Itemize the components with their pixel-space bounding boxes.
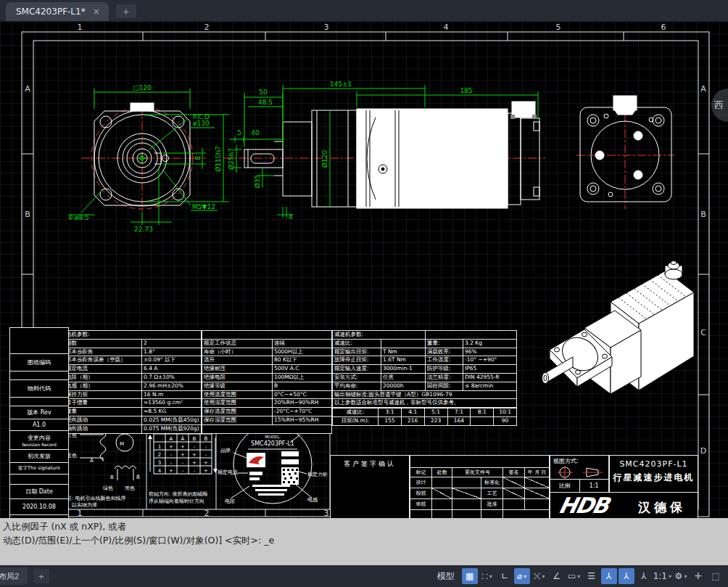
new-layout-button[interactable]: +: [33, 569, 49, 583]
clean-screen-icon[interactable]: ✛: [690, 568, 706, 584]
param-label: 保存温度范围: [202, 408, 272, 416]
chevron-down-icon[interactable]: ▾: [669, 573, 671, 580]
drawing-code-label: 图纸编码: [10, 354, 68, 372]
material-code-label: 物料代码: [10, 380, 68, 398]
svg-text:4: 4: [289, 213, 293, 221]
param-value: ±0.09° 以下: [142, 356, 201, 364]
annotation-scale-icon[interactable]: ▭▾: [566, 568, 582, 584]
param-label: 基本步距角: [65, 348, 141, 356]
svg-text:-: -: [194, 444, 196, 450]
svg-text:-: -: [205, 444, 207, 450]
tb-header: 标记: [410, 468, 431, 477]
param-value: 16 N.m: [142, 391, 201, 399]
customer-signoff-box: 客户签字确认: [330, 455, 410, 518]
torque-value: [471, 417, 493, 425]
param-value: 6.4 A: [142, 365, 201, 373]
object-snap-icon[interactable]: ⅄: [601, 568, 617, 584]
drawing-tab[interactable]: SMC4203PF-L1* ×: [6, 2, 109, 21]
svg-text:+: +: [181, 444, 185, 450]
param-value: 2: [142, 340, 201, 348]
command-line[interactable]: 入比例因子 (nX 或 nXP), 或者 动态(D)/范围(E)/上一个(P)/…: [0, 518, 728, 565]
table-header: 电机参数:: [65, 331, 201, 339]
signature-label: 签字The signature: [10, 463, 68, 475]
viewcube-west-label[interactable]: 西: [714, 99, 724, 112]
param-label: 径向跳动: [65, 416, 141, 424]
chevron-down-icon[interactable]: ▾: [542, 573, 545, 580]
svg-text:-: -: [194, 468, 196, 474]
env-params-table: 额定工作状态连续 寿命（小时）5000H以上 温升80 K以下 绝缘耐压500V…: [202, 330, 332, 434]
param-value: ≈8.5 KG: [142, 408, 201, 416]
annotation-icon[interactable]: ∠: [549, 568, 565, 584]
side-view[interactable]: [244, 102, 539, 208]
gear-glyph: ⚙: [675, 571, 683, 581]
polar-tracking-icon[interactable]: ⌀▾: [514, 568, 530, 584]
new-tab-button[interactable]: +: [116, 4, 136, 18]
version-label: 版本 Rev: [10, 406, 68, 419]
svg-text:+: +: [192, 460, 197, 466]
svg-text:48.5: 48.5: [258, 99, 273, 106]
svg-text:以实物为准: 以实物为准: [72, 502, 97, 508]
tb-header: 更改文件号: [452, 468, 502, 477]
svg-text:A: A: [700, 84, 706, 94]
param-label: 额定输入速度:: [333, 365, 381, 373]
gearbox-params-table: 减速机参数: 减速比: 重量:3.2 Kg 额定输出扭矩:T Nm 满载效率:9…: [332, 330, 517, 408]
svg-text:+: +: [181, 452, 185, 458]
svg-text:Ø35: Ø35: [254, 175, 261, 189]
svg-text:注: 电机引出线颜色和线序: 注: 电机引出线颜色和线序: [67, 495, 126, 501]
tb-label: 设计: [410, 477, 431, 488]
rev-cell: [10, 328, 68, 354]
svg-text:-: -: [182, 460, 184, 466]
isolate-objects-icon[interactable]: ⬚: [708, 568, 724, 584]
tab-layout2[interactable]: 布局2: [0, 567, 28, 585]
torque-value: 164: [448, 417, 471, 425]
param-label: 轴向跳动: [65, 425, 141, 433]
scale-text: 1:1: [653, 571, 667, 581]
svg-text:电阻: 电阻: [225, 498, 235, 504]
param-label: 防护等级:: [426, 365, 463, 373]
chevron-down-icon[interactable]: ▾: [684, 573, 687, 580]
snap-icon[interactable]: ⸬▾: [479, 568, 495, 584]
isodraft-icon[interactable]: ⤬▾: [531, 568, 547, 584]
tb-cell: [503, 499, 524, 509]
tb-label: 标准化: [481, 477, 502, 488]
model-number: SMC4203PF-L1: [610, 459, 698, 469]
annotation-scale-value[interactable]: 1:1▾: [653, 568, 671, 584]
svg-text:1: 1: [158, 444, 161, 450]
lineweight-icon[interactable]: ☰: [584, 568, 600, 584]
param-value: ≈13560 g.cm²: [142, 399, 201, 407]
customization-gear-icon[interactable]: ⚙▾: [673, 568, 689, 584]
customer-signoff-title: 客户签字确认: [331, 459, 409, 469]
param-label: 温升: [202, 356, 272, 364]
param-value: 2.96 mH±20%: [142, 382, 201, 390]
product-name: 行星减速步进电机: [610, 472, 698, 484]
svg-text:品牌: 品牌: [220, 448, 231, 453]
svg-text:ø130: ø130: [193, 120, 210, 127]
svg-text:绿色: 绿色: [103, 485, 113, 491]
object-snap-tracking-icon[interactable]: ⅄: [619, 568, 634, 584]
iso-view[interactable]: [542, 261, 695, 395]
param-value: 3.2 Kg: [463, 340, 516, 348]
param-label: 电感（相）: [65, 382, 141, 390]
model-space-button[interactable]: 模型: [431, 568, 460, 584]
svg-text:-: -: [205, 452, 207, 458]
svg-text:B: B: [193, 436, 197, 442]
svg-text:A: A: [25, 84, 30, 94]
grid-icon[interactable]: ▦: [462, 568, 478, 584]
tb-header: 签名: [503, 468, 524, 477]
close-icon[interactable]: ×: [93, 7, 100, 17]
param-value: B: [273, 382, 331, 390]
param-value: 100MΩ以上: [273, 374, 331, 382]
torque-value: 90: [494, 417, 516, 425]
rear-view[interactable]: [580, 96, 671, 202]
snap-3d-icon[interactable]: ⅄: [636, 568, 652, 584]
chevron-down-icon[interactable]: ▾: [489, 573, 492, 580]
chevron-down-icon[interactable]: ▾: [577, 573, 580, 580]
drawing-svg: 1 2 3 4 5 6 1 2 3 4 5 6 A B A B C D: [0, 22, 728, 518]
ortho-icon[interactable]: ∟: [497, 568, 513, 584]
tb-label: 校核: [410, 488, 431, 498]
svg-text:SMC4203PF-L1: SMC4203PF-L1: [251, 440, 294, 447]
model-space-canvas[interactable]: 1 2 3 4 5 6 1 2 3 4 5 6 A B A B C D: [0, 22, 728, 518]
projection-label: 视图方式:: [553, 458, 579, 464]
chevron-down-icon[interactable]: ▾: [524, 573, 526, 580]
command-prompt-line2: 动态(D)/范围(E)/上一个(P)/比例(S)/窗口(W)/对象(O)] <实…: [3, 533, 725, 547]
